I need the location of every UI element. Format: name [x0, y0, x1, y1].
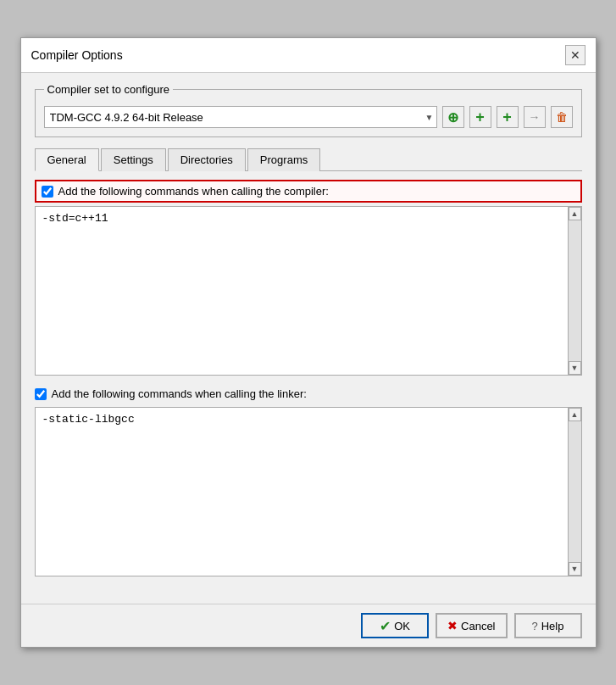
tab-programs[interactable]: Programs [247, 148, 320, 171]
compiler-dropdown-wrapper[interactable]: TDM-GCC 4.9.2 64-bit Release ▼ [44, 106, 437, 128]
linker-scrollbar-down-arrow[interactable]: ▼ [569, 562, 581, 576]
compiler-commands-checkbox-label[interactable]: Add the following commands when calling … [35, 180, 582, 203]
linker-commands-checkbox-label[interactable]: Add the following commands when calling … [35, 384, 582, 404]
tab-directories-label: Directories [180, 153, 233, 166]
ok-button[interactable]: ✔ OK [361, 613, 429, 638]
linker-commands-section: Add the following commands when calling … [35, 384, 582, 576]
add-linked-icon: ⊕ [447, 109, 458, 125]
cancel-icon: ✖ [447, 619, 458, 632]
dialog-footer: ✔ OK ✖ Cancel ? Help [21, 604, 596, 647]
help-label: Help [541, 620, 564, 632]
dialog-body: Compiler set to configure TDM-GCC 4.9.2 … [21, 73, 596, 604]
scrollbar-down-arrow[interactable]: ▼ [569, 361, 581, 375]
compiler-commands-text: Add the following commands when calling … [58, 185, 329, 198]
compiler-commands-textarea-container: -std=c++11 ▲ ▼ [35, 206, 582, 376]
compiler-set-legend: Compiler set to configure [44, 83, 174, 96]
compiler-commands-section: Add the following commands when calling … [35, 180, 582, 376]
compiler-set-row: TDM-GCC 4.9.2 64-bit Release ▼ ⊕ + + → [44, 106, 573, 128]
linker-scrollbar-up-arrow[interactable]: ▲ [569, 408, 581, 421]
compiler-commands-checkbox[interactable] [42, 186, 53, 198]
tab-directories[interactable]: Directories [168, 148, 246, 171]
linker-commands-textarea-container: -static-libgcc ▲ ▼ [35, 407, 582, 576]
cancel-button[interactable]: ✖ Cancel [436, 613, 507, 638]
cancel-label: Cancel [461, 620, 495, 632]
delete-compiler-btn[interactable]: 🗑 [551, 106, 573, 128]
compiler-commands-input[interactable]: -std=c++11 [36, 207, 568, 375]
linker-scrollbar-track[interactable] [569, 421, 581, 562]
add-compiler-btn[interactable]: + [469, 106, 491, 128]
linker-commands-scrollbar[interactable]: ▲ ▼ [568, 408, 581, 576]
tab-general[interactable]: General [35, 148, 99, 171]
tab-programs-label: Programs [260, 153, 308, 166]
compiler-dropdown[interactable]: TDM-GCC 4.9.2 64-bit Release [44, 106, 437, 128]
scrollbar-up-arrow[interactable]: ▲ [569, 207, 581, 220]
help-button[interactable]: ? Help [514, 613, 582, 638]
add-compiler-icon: + [475, 109, 485, 126]
tabs-bar: General Settings Directories Programs [35, 148, 582, 171]
rename-compiler-icon: → [529, 110, 541, 124]
linker-commands-input[interactable]: -static-libgcc [36, 408, 568, 576]
tab-general-label: General [47, 153, 86, 166]
tab-settings[interactable]: Settings [101, 148, 166, 171]
linker-commands-text: Add the following commands when calling … [52, 387, 307, 400]
scrollbar-track[interactable] [569, 220, 581, 361]
delete-compiler-icon: 🗑 [556, 110, 568, 124]
compiler-set-group: Compiler set to configure TDM-GCC 4.9.2 … [35, 83, 582, 137]
add-linked-btn[interactable]: ⊕ [442, 106, 464, 128]
copy-compiler-btn[interactable]: + [497, 106, 519, 128]
dialog-title: Compiler Options [31, 48, 123, 62]
copy-compiler-icon: + [502, 109, 512, 126]
linker-commands-checkbox[interactable] [35, 388, 47, 400]
ok-label: OK [394, 620, 410, 632]
compiler-options-dialog: Compiler Options ✕ Compiler set to confi… [20, 37, 597, 648]
ok-icon: ✔ [380, 618, 391, 634]
rename-compiler-btn[interactable]: → [524, 106, 546, 128]
title-bar: Compiler Options ✕ [21, 38, 596, 73]
tab-settings-label: Settings [114, 153, 153, 166]
close-button[interactable]: ✕ [565, 45, 585, 65]
compiler-commands-scrollbar[interactable]: ▲ ▼ [568, 207, 581, 375]
help-icon: ? [532, 620, 538, 632]
